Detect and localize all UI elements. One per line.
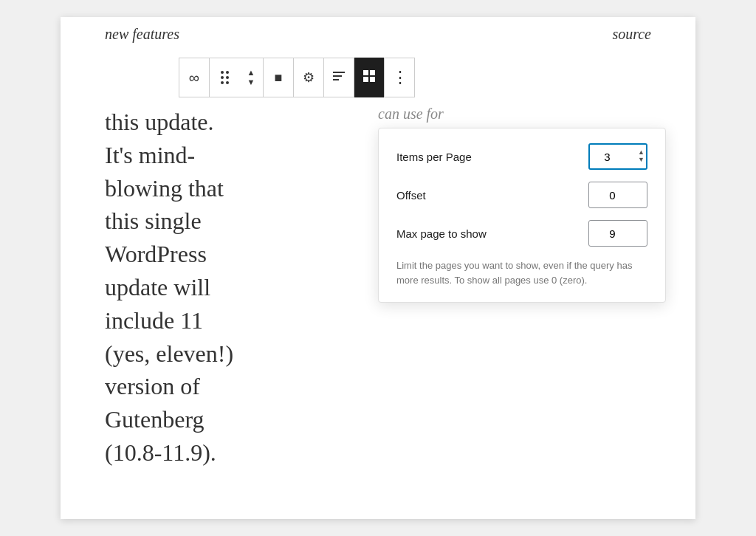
- offset-input[interactable]: [588, 182, 647, 208]
- toolbar-group-transform: ∞: [179, 58, 210, 97]
- bg-text-source: source: [612, 26, 651, 43]
- square-button[interactable]: ■: [264, 58, 293, 97]
- more-icon: ⋮: [392, 69, 408, 86]
- svg-rect-5: [363, 77, 368, 82]
- items-per-page-row: Items per Page ▲ ▼: [396, 143, 647, 170]
- content-text: this update. It's mind- blowing that thi…: [105, 106, 385, 470]
- items-per-page-wrapper: ▲ ▼: [588, 143, 647, 170]
- items-per-page-label: Items per Page: [396, 151, 472, 163]
- bg-text-new-features: new features: [105, 26, 179, 43]
- grid-view-button[interactable]: [354, 58, 384, 97]
- offset-label: Offset: [396, 189, 426, 202]
- popup-hint: Limit the pages you want to show, even i…: [396, 258, 647, 287]
- popup-panel: Items per Page ▲ ▼ Offset Max page to sh…: [378, 128, 666, 303]
- drag-button[interactable]: [210, 58, 239, 97]
- svg-rect-6: [370, 77, 375, 82]
- sliders-icon: ⚙: [303, 69, 315, 86]
- toolbar-group-drag: ▲ ▼: [210, 58, 264, 97]
- align-icon: [331, 70, 346, 85]
- sliders-button[interactable]: ⚙: [294, 58, 323, 97]
- block-toolbar: ∞ ▲ ▼ ■: [179, 58, 415, 97]
- toolbar-group-square: ■: [264, 58, 294, 97]
- background-text-top: new features source: [61, 26, 695, 43]
- move-arrows[interactable]: ▲ ▼: [239, 58, 263, 97]
- infinity-button[interactable]: ∞: [179, 58, 209, 97]
- move-down-icon: ▼: [247, 78, 255, 87]
- spinner-arrows[interactable]: ▲ ▼: [636, 145, 646, 168]
- svg-rect-4: [370, 70, 375, 75]
- right-text: can use for: [378, 106, 444, 123]
- offset-row: Offset: [396, 182, 647, 208]
- svg-rect-3: [363, 70, 368, 75]
- content-area: this update. It's mind- blowing that thi…: [105, 106, 385, 470]
- spinner-down-icon[interactable]: ▼: [636, 157, 646, 164]
- toolbar-group-settings-sliders: ⚙: [294, 58, 324, 97]
- move-up-icon: ▲: [247, 68, 255, 78]
- max-page-label: Max page to show: [396, 227, 487, 240]
- infinity-icon: ∞: [189, 69, 199, 86]
- toolbar-group-more: ⋮: [385, 58, 414, 97]
- drag-icon: [221, 71, 229, 84]
- max-page-row: Max page to show: [396, 220, 647, 247]
- editor-container: new features source ∞ ▲ ▼: [61, 17, 695, 519]
- square-icon: ■: [275, 70, 283, 86]
- align-button[interactable]: [324, 58, 354, 97]
- max-page-input[interactable]: [588, 220, 647, 247]
- grid-view-icon: [362, 69, 377, 86]
- toolbar-group-grid: [354, 58, 385, 97]
- toolbar-group-align: [324, 58, 354, 97]
- more-options-button[interactable]: ⋮: [385, 58, 414, 97]
